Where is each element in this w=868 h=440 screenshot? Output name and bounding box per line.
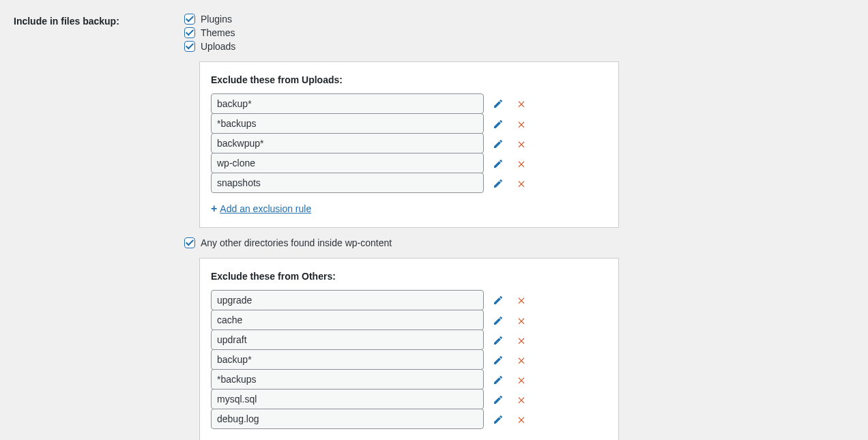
rule-actions: [492, 98, 527, 110]
delete-rule-button[interactable]: [515, 334, 527, 347]
exclusion-rule-row: [211, 153, 607, 173]
rule-actions: [492, 138, 527, 150]
pencil-icon: [493, 295, 504, 306]
exclusion-rule-input[interactable]: [211, 93, 484, 114]
x-icon: [517, 415, 526, 424]
rule-actions: [492, 118, 527, 130]
x-icon: [517, 139, 526, 149]
x-icon: [517, 375, 526, 385]
x-icon: [517, 295, 526, 305]
checkbox-uploads-row: Uploads: [184, 41, 854, 52]
section-content: Plugins Themes Uploads Exclude these fro…: [184, 14, 854, 440]
exclusion-rule-input[interactable]: [211, 329, 484, 350]
rule-actions: [492, 413, 527, 426]
exclusion-rule-input[interactable]: [211, 389, 484, 409]
exclusion-rule-input[interactable]: [211, 369, 484, 390]
delete-rule-button[interactable]: [515, 138, 527, 150]
delete-rule-button[interactable]: [515, 374, 527, 386]
pencil-icon: [493, 355, 504, 366]
edit-rule-button[interactable]: [492, 354, 504, 366]
pencil-icon: [493, 158, 504, 169]
rule-actions: [492, 394, 527, 406]
checkbox-themes[interactable]: [184, 27, 195, 38]
edit-rule-button[interactable]: [492, 374, 504, 386]
delete-rule-button[interactable]: [515, 177, 527, 190]
checkbox-uploads[interactable]: [184, 41, 195, 52]
exclusion-rule-input[interactable]: [211, 349, 484, 370]
edit-rule-button[interactable]: [492, 294, 504, 306]
pencil-icon: [493, 335, 504, 346]
exclude-others-rules: [211, 290, 607, 429]
plus-icon: +: [211, 203, 217, 215]
edit-rule-button[interactable]: [492, 314, 504, 327]
checkbox-uploads-label: Uploads: [201, 41, 235, 52]
delete-rule-button[interactable]: [515, 314, 527, 327]
edit-rule-button[interactable]: [492, 118, 504, 130]
x-icon: [517, 355, 526, 365]
x-icon: [517, 159, 526, 168]
section-label: Include in files backup:: [14, 14, 184, 27]
delete-rule-button[interactable]: [515, 158, 527, 170]
exclude-others-box: Exclude these from Others: + Add an excl…: [199, 258, 619, 440]
exclusion-rule-row: [211, 290, 607, 310]
exclusion-rule-input[interactable]: [211, 310, 484, 330]
exclusion-rule-input[interactable]: [211, 409, 484, 429]
checkbox-others[interactable]: [184, 237, 195, 248]
checkbox-others-label: Any other directories found inside wp-co…: [201, 237, 392, 248]
pencil-icon: [493, 119, 504, 130]
edit-rule-button[interactable]: [492, 98, 504, 110]
rule-actions: [492, 294, 527, 306]
edit-rule-button[interactable]: [492, 334, 504, 347]
add-uploads-rule-link[interactable]: + Add an exclusion rule: [211, 203, 311, 215]
x-icon: [517, 99, 526, 108]
exclusion-rule-row: [211, 409, 607, 429]
exclusion-rule-input[interactable]: [211, 113, 484, 134]
delete-rule-button[interactable]: [515, 413, 527, 426]
checkbox-themes-row: Themes: [184, 27, 854, 38]
pencil-icon: [493, 315, 504, 326]
x-icon: [517, 395, 526, 405]
exclusion-rule-row: [211, 390, 607, 409]
edit-rule-button[interactable]: [492, 177, 504, 190]
x-icon: [517, 119, 526, 129]
x-icon: [517, 179, 526, 188]
exclusion-rule-input[interactable]: [211, 290, 484, 310]
checkbox-themes-label: Themes: [201, 27, 235, 38]
x-icon: [517, 336, 526, 345]
checkbox-plugins[interactable]: [184, 14, 195, 25]
edit-rule-button[interactable]: [492, 138, 504, 150]
exclusion-rule-row: [211, 114, 607, 134]
pencil-icon: [493, 98, 504, 109]
pencil-icon: [493, 138, 504, 149]
exclusion-rule-input[interactable]: [211, 153, 484, 173]
exclusion-rule-row: [211, 173, 607, 193]
delete-rule-button[interactable]: [515, 98, 527, 110]
exclusion-rule-input[interactable]: [211, 173, 484, 193]
rule-actions: [492, 177, 527, 190]
delete-rule-button[interactable]: [515, 354, 527, 366]
add-uploads-rule-label: Add an exclusion rule: [220, 203, 311, 214]
x-icon: [517, 316, 526, 325]
exclusion-rule-input[interactable]: [211, 133, 484, 153]
delete-rule-button[interactable]: [515, 294, 527, 306]
exclude-uploads-box: Exclude these from Uploads: + Add an exc…: [199, 61, 619, 228]
rule-actions: [492, 354, 527, 366]
pencil-icon: [493, 375, 504, 385]
rule-actions: [492, 314, 527, 327]
exclusion-rule-row: [211, 134, 607, 153]
checkbox-plugins-row: Plugins: [184, 14, 854, 25]
exclusion-rule-row: [211, 330, 607, 350]
edit-rule-button[interactable]: [492, 413, 504, 426]
edit-rule-button[interactable]: [492, 394, 504, 406]
exclusion-rule-row: [211, 93, 607, 114]
exclusion-rule-row: [211, 310, 607, 330]
delete-rule-button[interactable]: [515, 394, 527, 406]
exclude-others-title: Exclude these from Others:: [211, 271, 607, 282]
exclusion-rule-row: [211, 370, 607, 390]
delete-rule-button[interactable]: [515, 118, 527, 130]
checkbox-others-row: Any other directories found inside wp-co…: [184, 237, 854, 248]
checkbox-plugins-label: Plugins: [201, 14, 232, 25]
rule-actions: [492, 374, 527, 386]
edit-rule-button[interactable]: [492, 158, 504, 170]
pencil-icon: [493, 394, 504, 405]
